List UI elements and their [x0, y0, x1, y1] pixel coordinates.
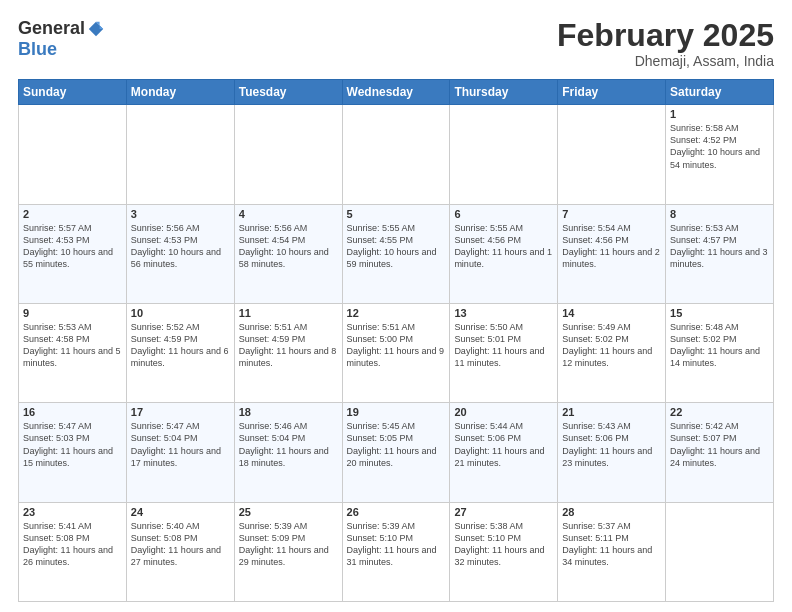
calendar-day-cell	[450, 105, 558, 204]
day-number: 8	[670, 208, 769, 220]
day-number: 21	[562, 406, 661, 418]
day-number: 27	[454, 506, 553, 518]
day-number: 2	[23, 208, 122, 220]
day-number: 17	[131, 406, 230, 418]
calendar-day-cell	[126, 105, 234, 204]
calendar-day-cell: 27Sunrise: 5:38 AM Sunset: 5:10 PM Dayli…	[450, 502, 558, 601]
day-info: Sunrise: 5:50 AM Sunset: 5:01 PM Dayligh…	[454, 321, 553, 370]
day-info: Sunrise: 5:40 AM Sunset: 5:08 PM Dayligh…	[131, 520, 230, 569]
calendar-day-cell	[342, 105, 450, 204]
day-info: Sunrise: 5:46 AM Sunset: 5:04 PM Dayligh…	[239, 420, 338, 469]
day-info: Sunrise: 5:37 AM Sunset: 5:11 PM Dayligh…	[562, 520, 661, 569]
day-info: Sunrise: 5:53 AM Sunset: 4:58 PM Dayligh…	[23, 321, 122, 370]
calendar-day-cell: 25Sunrise: 5:39 AM Sunset: 5:09 PM Dayli…	[234, 502, 342, 601]
day-number: 22	[670, 406, 769, 418]
day-info: Sunrise: 5:39 AM Sunset: 5:10 PM Dayligh…	[347, 520, 446, 569]
calendar-week-row: 9Sunrise: 5:53 AM Sunset: 4:58 PM Daylig…	[19, 303, 774, 402]
calendar-day-header: Saturday	[666, 80, 774, 105]
day-number: 18	[239, 406, 338, 418]
day-info: Sunrise: 5:51 AM Sunset: 4:59 PM Dayligh…	[239, 321, 338, 370]
calendar-table: SundayMondayTuesdayWednesdayThursdayFrid…	[18, 79, 774, 602]
calendar-week-row: 23Sunrise: 5:41 AM Sunset: 5:08 PM Dayli…	[19, 502, 774, 601]
calendar-day-cell: 1Sunrise: 5:58 AM Sunset: 4:52 PM Daylig…	[666, 105, 774, 204]
day-info: Sunrise: 5:56 AM Sunset: 4:54 PM Dayligh…	[239, 222, 338, 271]
calendar-day-cell: 6Sunrise: 5:55 AM Sunset: 4:56 PM Daylig…	[450, 204, 558, 303]
day-info: Sunrise: 5:55 AM Sunset: 4:56 PM Dayligh…	[454, 222, 553, 271]
day-info: Sunrise: 5:54 AM Sunset: 4:56 PM Dayligh…	[562, 222, 661, 271]
calendar-day-cell: 26Sunrise: 5:39 AM Sunset: 5:10 PM Dayli…	[342, 502, 450, 601]
day-info: Sunrise: 5:47 AM Sunset: 5:04 PM Dayligh…	[131, 420, 230, 469]
calendar-day-header: Monday	[126, 80, 234, 105]
day-info: Sunrise: 5:47 AM Sunset: 5:03 PM Dayligh…	[23, 420, 122, 469]
day-number: 13	[454, 307, 553, 319]
day-number: 4	[239, 208, 338, 220]
day-info: Sunrise: 5:53 AM Sunset: 4:57 PM Dayligh…	[670, 222, 769, 271]
day-info: Sunrise: 5:44 AM Sunset: 5:06 PM Dayligh…	[454, 420, 553, 469]
calendar-day-cell: 4Sunrise: 5:56 AM Sunset: 4:54 PM Daylig…	[234, 204, 342, 303]
day-number: 20	[454, 406, 553, 418]
header: General Blue February 2025 Dhemaji, Assa…	[18, 18, 774, 69]
calendar-day-cell	[558, 105, 666, 204]
calendar-week-row: 16Sunrise: 5:47 AM Sunset: 5:03 PM Dayli…	[19, 403, 774, 502]
calendar-day-cell	[234, 105, 342, 204]
day-number: 23	[23, 506, 122, 518]
day-number: 15	[670, 307, 769, 319]
day-info: Sunrise: 5:51 AM Sunset: 5:00 PM Dayligh…	[347, 321, 446, 370]
day-number: 9	[23, 307, 122, 319]
day-number: 5	[347, 208, 446, 220]
day-number: 16	[23, 406, 122, 418]
calendar-header-row: SundayMondayTuesdayWednesdayThursdayFrid…	[19, 80, 774, 105]
day-info: Sunrise: 5:43 AM Sunset: 5:06 PM Dayligh…	[562, 420, 661, 469]
day-info: Sunrise: 5:45 AM Sunset: 5:05 PM Dayligh…	[347, 420, 446, 469]
day-info: Sunrise: 5:41 AM Sunset: 5:08 PM Dayligh…	[23, 520, 122, 569]
day-info: Sunrise: 5:57 AM Sunset: 4:53 PM Dayligh…	[23, 222, 122, 271]
calendar-day-header: Sunday	[19, 80, 127, 105]
calendar-day-cell: 19Sunrise: 5:45 AM Sunset: 5:05 PM Dayli…	[342, 403, 450, 502]
calendar-day-cell	[19, 105, 127, 204]
calendar-day-header: Friday	[558, 80, 666, 105]
calendar-day-cell: 28Sunrise: 5:37 AM Sunset: 5:11 PM Dayli…	[558, 502, 666, 601]
calendar-day-header: Thursday	[450, 80, 558, 105]
day-info: Sunrise: 5:38 AM Sunset: 5:10 PM Dayligh…	[454, 520, 553, 569]
calendar-day-cell: 16Sunrise: 5:47 AM Sunset: 5:03 PM Dayli…	[19, 403, 127, 502]
calendar-day-cell: 12Sunrise: 5:51 AM Sunset: 5:00 PM Dayli…	[342, 303, 450, 402]
day-info: Sunrise: 5:42 AM Sunset: 5:07 PM Dayligh…	[670, 420, 769, 469]
day-number: 3	[131, 208, 230, 220]
calendar-day-cell: 24Sunrise: 5:40 AM Sunset: 5:08 PM Dayli…	[126, 502, 234, 601]
calendar-day-cell: 23Sunrise: 5:41 AM Sunset: 5:08 PM Dayli…	[19, 502, 127, 601]
day-number: 25	[239, 506, 338, 518]
day-number: 28	[562, 506, 661, 518]
calendar-day-cell: 9Sunrise: 5:53 AM Sunset: 4:58 PM Daylig…	[19, 303, 127, 402]
calendar-day-cell: 3Sunrise: 5:56 AM Sunset: 4:53 PM Daylig…	[126, 204, 234, 303]
calendar-day-cell: 5Sunrise: 5:55 AM Sunset: 4:55 PM Daylig…	[342, 204, 450, 303]
calendar-day-cell: 18Sunrise: 5:46 AM Sunset: 5:04 PM Dayli…	[234, 403, 342, 502]
day-info: Sunrise: 5:49 AM Sunset: 5:02 PM Dayligh…	[562, 321, 661, 370]
calendar-day-cell: 14Sunrise: 5:49 AM Sunset: 5:02 PM Dayli…	[558, 303, 666, 402]
calendar-day-cell: 20Sunrise: 5:44 AM Sunset: 5:06 PM Dayli…	[450, 403, 558, 502]
day-number: 10	[131, 307, 230, 319]
calendar-day-cell	[666, 502, 774, 601]
page: General Blue February 2025 Dhemaji, Assa…	[0, 0, 792, 612]
calendar-day-header: Wednesday	[342, 80, 450, 105]
day-number: 14	[562, 307, 661, 319]
day-info: Sunrise: 5:56 AM Sunset: 4:53 PM Dayligh…	[131, 222, 230, 271]
calendar-week-row: 2Sunrise: 5:57 AM Sunset: 4:53 PM Daylig…	[19, 204, 774, 303]
calendar-day-cell: 21Sunrise: 5:43 AM Sunset: 5:06 PM Dayli…	[558, 403, 666, 502]
calendar-day-cell: 15Sunrise: 5:48 AM Sunset: 5:02 PM Dayli…	[666, 303, 774, 402]
calendar-day-cell: 17Sunrise: 5:47 AM Sunset: 5:04 PM Dayli…	[126, 403, 234, 502]
logo-blue: Blue	[18, 39, 57, 60]
logo-general: General	[18, 18, 85, 39]
day-number: 26	[347, 506, 446, 518]
day-number: 24	[131, 506, 230, 518]
day-info: Sunrise: 5:39 AM Sunset: 5:09 PM Dayligh…	[239, 520, 338, 569]
day-number: 12	[347, 307, 446, 319]
location: Dhemaji, Assam, India	[557, 53, 774, 69]
day-number: 6	[454, 208, 553, 220]
calendar-day-cell: 11Sunrise: 5:51 AM Sunset: 4:59 PM Dayli…	[234, 303, 342, 402]
day-number: 7	[562, 208, 661, 220]
header-right: February 2025 Dhemaji, Assam, India	[557, 18, 774, 69]
calendar-day-cell: 22Sunrise: 5:42 AM Sunset: 5:07 PM Dayli…	[666, 403, 774, 502]
day-info: Sunrise: 5:52 AM Sunset: 4:59 PM Dayligh…	[131, 321, 230, 370]
calendar-day-cell: 8Sunrise: 5:53 AM Sunset: 4:57 PM Daylig…	[666, 204, 774, 303]
calendar-day-cell: 7Sunrise: 5:54 AM Sunset: 4:56 PM Daylig…	[558, 204, 666, 303]
